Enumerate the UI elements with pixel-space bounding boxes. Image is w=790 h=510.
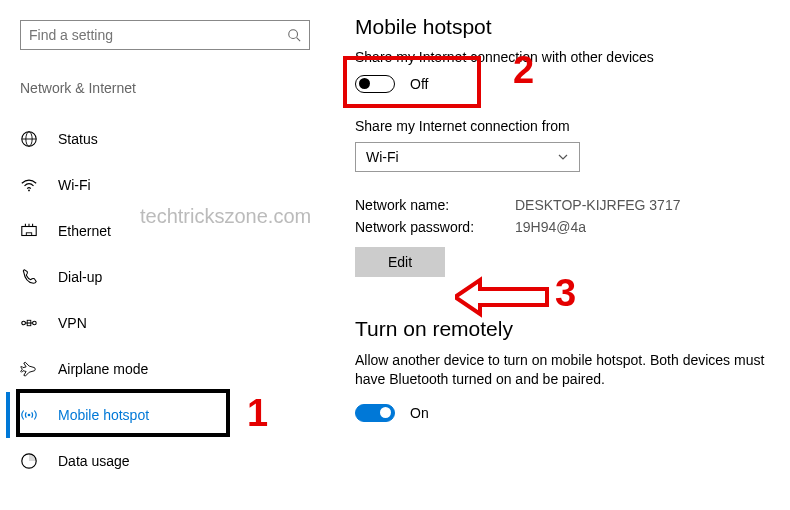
sidebar-item-label: Ethernet [58, 223, 111, 239]
chevron-down-icon [557, 151, 569, 163]
airplane-icon [20, 360, 38, 378]
sidebar-nav: Status Wi-Fi Ethernet Dial-up VPN [20, 116, 320, 484]
svg-rect-10 [26, 233, 31, 236]
svg-point-11 [22, 321, 26, 325]
sidebar-item-label: Dial-up [58, 269, 102, 285]
ethernet-icon [20, 222, 38, 240]
search-input[interactable] [29, 27, 287, 43]
sidebar-item-label: Data usage [58, 453, 130, 469]
svg-point-15 [28, 414, 31, 417]
sidebar-item-label: Wi-Fi [58, 177, 91, 193]
network-name-label: Network name: [355, 197, 515, 213]
data-usage-icon [20, 452, 38, 470]
sidebar-item-status[interactable]: Status [20, 116, 320, 162]
remote-heading: Turn on remotely [355, 317, 775, 341]
sidebar-section-title: Network & Internet [20, 80, 320, 96]
svg-point-0 [289, 30, 298, 39]
svg-point-5 [28, 190, 30, 192]
network-password-label: Network password: [355, 219, 515, 235]
edit-button[interactable]: Edit [355, 247, 445, 277]
network-name-value: DESKTOP-KIJRFEG 3717 [515, 197, 680, 213]
sidebar-item-vpn[interactable]: VPN [20, 300, 320, 346]
network-password-value: 19H94@4a [515, 219, 586, 235]
svg-point-12 [33, 321, 37, 325]
sidebar-item-ethernet[interactable]: Ethernet [20, 208, 320, 254]
sidebar-item-data-usage[interactable]: Data usage [20, 438, 320, 484]
remote-toggle[interactable] [355, 404, 395, 422]
svg-rect-6 [22, 227, 36, 236]
sidebar-item-label: Mobile hotspot [58, 407, 149, 423]
hotspot-icon [20, 406, 38, 424]
share-description: Share my Internet connection with other … [355, 49, 775, 65]
vpn-icon [20, 314, 38, 332]
sidebar-item-label: VPN [58, 315, 87, 331]
sidebar-item-airplane[interactable]: Airplane mode [20, 346, 320, 392]
sidebar-item-dialup[interactable]: Dial-up [20, 254, 320, 300]
share-toggle-label: Off [410, 76, 428, 92]
page-title: Mobile hotspot [355, 15, 775, 39]
sidebar-item-label: Airplane mode [58, 361, 148, 377]
sidebar-item-wifi[interactable]: Wi-Fi [20, 162, 320, 208]
share-from-label: Share my Internet connection from [355, 118, 775, 134]
phone-icon [20, 268, 38, 286]
sidebar-item-mobile-hotspot[interactable]: Mobile hotspot [6, 392, 320, 438]
remote-toggle-label: On [410, 405, 429, 421]
globe-icon [20, 130, 38, 148]
share-toggle[interactable] [355, 75, 395, 93]
share-from-select[interactable]: Wi-Fi [355, 142, 580, 172]
search-input-container[interactable] [20, 20, 310, 50]
wifi-icon [20, 176, 38, 194]
share-from-value: Wi-Fi [366, 149, 557, 165]
sidebar-item-label: Status [58, 131, 98, 147]
search-icon [287, 28, 301, 42]
remote-description: Allow another device to turn on mobile h… [355, 351, 775, 389]
svg-line-1 [297, 38, 301, 42]
